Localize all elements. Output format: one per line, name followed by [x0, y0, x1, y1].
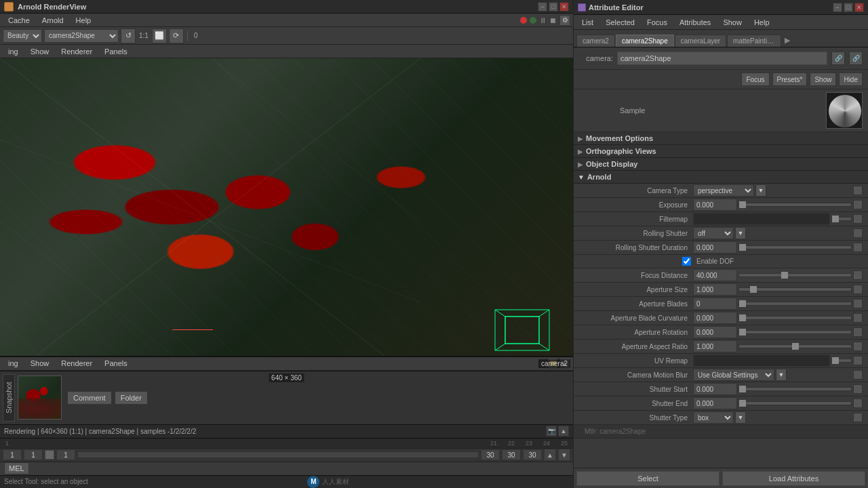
focus-distance-slider[interactable] — [738, 273, 852, 277]
mel-dropdown[interactable]: MEL — [4, 462, 29, 474]
exposure-input[interactable] — [693, 199, 737, 211]
camera-motion-blur-select[interactable]: Use Global Settings — [693, 369, 774, 381]
submenu-show[interactable]: Show — [25, 46, 55, 57]
camera-select[interactable]: camera2Shape — [44, 29, 119, 43]
select-button[interactable]: Select — [576, 471, 719, 486]
shutter-start-slider[interactable] — [738, 387, 852, 391]
submenu-ing[interactable]: ing — [3, 46, 24, 57]
shutter-type-arrow[interactable]: ▼ — [735, 411, 746, 424]
load-attributes-button[interactable]: Load Attributes — [722, 471, 865, 486]
aperture-blades-slider[interactable] — [738, 302, 852, 306]
aperture-blade-curvature-input[interactable] — [693, 312, 737, 324]
uv-remap-slider[interactable] — [831, 359, 852, 363]
preset-select[interactable]: Beauty — [3, 29, 42, 43]
aperture-aspect-ratio-slider[interactable] — [738, 344, 852, 348]
shutter-type-select[interactable]: box — [693, 411, 734, 424]
attr-menu-help[interactable]: Help — [749, 17, 775, 28]
timeline-range2[interactable] — [502, 449, 521, 460]
camera-type-dropdown-arrow[interactable]: ▼ — [755, 184, 766, 197]
attr-menu-selected[interactable]: Selected — [600, 17, 640, 28]
rolling-shutter-select[interactable]: off — [693, 227, 734, 239]
aperture-aspect-ratio-input[interactable] — [693, 340, 737, 352]
camera-motion-blur-arrow[interactable]: ▼ — [776, 369, 787, 381]
attr-minimize-btn[interactable]: − — [833, 3, 842, 12]
svg-line-8 — [495, 344, 505, 350]
record-btn[interactable] — [520, 17, 527, 24]
timeline-scroll-up[interactable]: ▲ — [544, 449, 556, 461]
menu-cache[interactable]: Cache — [3, 15, 35, 26]
aperture-blade-curvature-slider[interactable] — [738, 316, 852, 320]
minimize-btn[interactable]: − — [538, 2, 547, 12]
tab-arrow-right[interactable]: ▶ — [782, 34, 793, 47]
focus-button[interactable]: Focus — [741, 73, 769, 86]
tab-matte[interactable]: mattePainting2_locator_paren — [727, 35, 781, 47]
comment-btn[interactable]: Comment — [67, 391, 112, 405]
exposure-slider[interactable] — [738, 203, 852, 207]
attr-menu-list[interactable]: List — [576, 17, 599, 28]
submenu2-panels[interactable]: Panels — [99, 358, 133, 369]
movement-options-section[interactable]: ▶ Movement Options — [574, 132, 868, 145]
maximize-btn[interactable]: □ — [549, 2, 558, 12]
shutter-end-input[interactable] — [693, 397, 737, 409]
tab-camera2[interactable]: camera2 — [576, 35, 615, 47]
enable-dof-checkbox[interactable] — [682, 257, 691, 266]
attr-menu-attributes[interactable]: Attributes — [674, 17, 716, 28]
frame-input[interactable]: 0 — [191, 32, 201, 39]
timeline-scroll-down[interactable]: ▼ — [558, 449, 570, 461]
timeline-current-input[interactable] — [56, 449, 75, 460]
settings-icon[interactable]: ⚙ — [559, 15, 570, 26]
audio-btn[interactable] — [530, 17, 536, 24]
camera-link-icon1[interactable]: 🔗 — [831, 52, 845, 65]
object-display-section[interactable]: ▶ Object Display — [574, 158, 868, 171]
attr-close-btn[interactable]: ✕ — [854, 3, 864, 12]
aperture-rotation-input[interactable] — [693, 326, 737, 338]
submenu2-show[interactable]: Show — [25, 358, 55, 369]
tab-cameralayer[interactable]: cameraLayer — [675, 35, 726, 47]
submenu2-ing[interactable]: ing — [3, 358, 24, 369]
attr-restore-btn[interactable]: □ — [844, 3, 853, 12]
timeline-frame1-input[interactable] — [24, 449, 43, 460]
submenu2-renderer[interactable]: Renderer — [56, 358, 98, 369]
arnold-section[interactable]: ▼ Arnold — [574, 171, 868, 184]
folder-btn[interactable]: Folder — [115, 391, 148, 405]
rolling-shutter-arrow[interactable]: ▼ — [735, 227, 746, 239]
tab-camera2shape[interactable]: camera2Shape — [616, 35, 674, 47]
uv-remap-input[interactable] — [693, 354, 830, 367]
shutter-start-input[interactable] — [693, 383, 737, 395]
tl-21: 21 — [490, 440, 497, 447]
camera-link-icon2[interactable]: 🔗 — [849, 52, 863, 65]
aperture-size-input[interactable] — [693, 283, 737, 296]
submenu-renderer[interactable]: Renderer — [56, 46, 98, 57]
rolling-shutter-duration-input[interactable] — [693, 241, 737, 253]
menu-arnold[interactable]: Arnold — [37, 15, 69, 26]
aperture-blades-input[interactable] — [693, 298, 737, 310]
timeline-track[interactable] — [77, 451, 479, 458]
submenu-panels[interactable]: Panels — [99, 46, 133, 57]
attr-menu-focus[interactable]: Focus — [642, 17, 673, 28]
hide-button[interactable]: Hide — [839, 73, 863, 86]
aperture-size-slider[interactable] — [738, 287, 852, 291]
camera-field-input[interactable] — [617, 52, 827, 65]
attr-menu-show[interactable]: Show — [717, 17, 747, 28]
presets-button[interactable]: Presets* — [772, 73, 808, 86]
rolling-shutter-duration-slider[interactable] — [738, 245, 852, 249]
refresh-icon[interactable]: ↺ — [121, 28, 136, 43]
snapshot-thumbnail[interactable] — [18, 375, 62, 420]
menu-help[interactable]: Help — [71, 15, 97, 26]
expand-timeline-icon[interactable]: ▲ — [558, 426, 569, 436]
shutter-end-slider[interactable] — [738, 401, 852, 405]
timeline-range-end[interactable] — [481, 449, 500, 460]
show-button[interactable]: Show — [810, 73, 836, 86]
filtermap-input[interactable] — [693, 213, 830, 225]
timeline-range3[interactable] — [523, 449, 542, 460]
focus-distance-input[interactable] — [693, 269, 737, 281]
aperture-rotation-slider[interactable] — [738, 330, 852, 334]
close-btn[interactable]: ✕ — [559, 2, 569, 12]
refresh2-icon[interactable]: ⟳ — [169, 28, 184, 43]
orthographic-views-section[interactable]: ▶ Orthographic Views — [574, 145, 868, 158]
record-status-icon[interactable]: 📷 — [546, 426, 557, 436]
timeline-start-input[interactable] — [3, 449, 22, 460]
region-icon[interactable]: ⬜ — [152, 28, 167, 43]
camera-type-select[interactable]: perspective — [693, 184, 754, 197]
filtermap-slider[interactable] — [831, 217, 852, 221]
